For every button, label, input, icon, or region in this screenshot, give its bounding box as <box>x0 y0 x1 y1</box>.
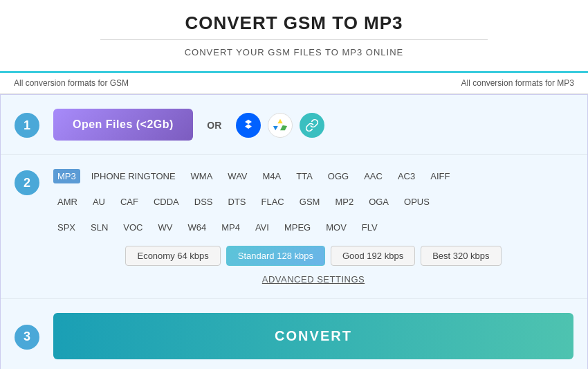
format-tag[interactable]: CAF <box>116 195 143 209</box>
format-grid-row1: MP3IPHONE RINGTONEWMAWAVM4ATTAOGGAACAC3A… <box>53 169 573 183</box>
quality-button[interactable]: Good 192 kbps <box>331 246 415 266</box>
header-divider <box>100 39 488 40</box>
step3-row: 3 CONVERT <box>1 299 587 369</box>
tab-bar: All conversion formats for GSM All conve… <box>0 71 588 94</box>
format-tag[interactable]: M4A <box>259 169 286 183</box>
format-tag[interactable]: AC3 <box>394 169 419 183</box>
tab-mp3[interactable]: All conversion formats for MP3 <box>461 78 574 88</box>
step2-circle: 2 <box>15 170 39 195</box>
format-tag[interactable]: AIFF <box>426 169 454 183</box>
advanced-settings-link[interactable]: ADVANCED SETTINGS <box>53 274 573 285</box>
format-tag[interactable]: CDDA <box>149 195 183 209</box>
open-files-button[interactable]: Open Files (<2Gb) <box>53 109 193 141</box>
step1-circle: 1 <box>15 113 39 138</box>
step2-content: MP3IPHONE RINGTONEWMAWAVM4ATTAOGGAACAC3A… <box>53 169 573 285</box>
step3-content: CONVERT <box>53 313 573 359</box>
format-tag[interactable]: W64 <box>183 220 210 235</box>
header: CONVERT GSM TO MP3 CONVERT YOUR GSM FILE… <box>0 0 588 71</box>
format-tag[interactable]: MP4 <box>217 220 244 235</box>
step1-content: Open Files (<2Gb) OR <box>53 109 573 141</box>
format-tag[interactable]: VOC <box>119 220 147 235</box>
format-tag[interactable]: WMA <box>187 169 217 183</box>
tab-gsm[interactable]: All conversion formats for GSM <box>14 78 129 88</box>
format-tag[interactable]: MOV <box>322 220 351 235</box>
format-tag[interactable]: MP3 <box>53 169 80 183</box>
format-grid-row2: AMRAUCAFCDDADSSDTSFLACGSMMP2OGAOPUS <box>53 195 573 209</box>
format-tag[interactable]: WV <box>154 220 176 235</box>
google-drive-icon[interactable] <box>268 113 293 138</box>
format-tag[interactable]: OGA <box>365 195 393 209</box>
format-tag[interactable]: SPX <box>53 220 80 235</box>
header-subtitle: CONVERT YOUR GSM FILES TO MP3 ONLINE <box>0 47 588 57</box>
cloud-icons <box>236 113 324 138</box>
format-tag[interactable]: AAC <box>360 169 387 183</box>
quality-button[interactable]: Economy 64 kbps <box>125 246 220 266</box>
format-tag[interactable]: WAV <box>223 169 251 183</box>
quality-button[interactable]: Standard 128 kbps <box>226 246 325 266</box>
format-tag[interactable]: MPEG <box>280 220 315 235</box>
format-tag[interactable]: DSS <box>190 195 217 209</box>
format-tag[interactable]: DTS <box>224 195 250 209</box>
quality-row: Economy 64 kbpsStandard 128 kbpsGood 192… <box>53 246 573 266</box>
format-tag[interactable]: MP2 <box>331 195 358 209</box>
step3-circle: 3 <box>15 325 39 350</box>
dropbox-icon[interactable] <box>236 113 261 138</box>
format-tag[interactable]: IPHONE RINGTONE <box>87 169 180 183</box>
format-tag[interactable]: SLN <box>86 220 112 235</box>
format-tag[interactable]: AVI <box>251 220 273 235</box>
format-tag[interactable]: FLAC <box>257 195 288 209</box>
step1-row: 1 Open Files (<2Gb) OR <box>1 95 587 155</box>
convert-button[interactable]: CONVERT <box>53 313 573 359</box>
or-text: OR <box>207 120 221 131</box>
format-tag[interactable]: FLV <box>358 220 382 235</box>
page-title: CONVERT GSM TO MP3 <box>0 12 588 34</box>
step2-row: 2 MP3IPHONE RINGTONEWMAWAVM4ATTAOGGAACAC… <box>1 155 587 299</box>
format-tag[interactable]: AMR <box>53 195 82 209</box>
format-tag[interactable]: AU <box>89 195 109 209</box>
format-tag[interactable]: TTA <box>292 169 317 183</box>
format-tag[interactable]: OPUS <box>400 195 434 209</box>
quality-button[interactable]: Best 320 kbps <box>421 246 501 266</box>
link-icon[interactable] <box>300 113 324 138</box>
format-grid-row3: SPXSLNVOCWVW64MP4AVIMPEGMOVFLV <box>53 220 573 235</box>
format-tag[interactable]: GSM <box>295 195 324 209</box>
main-container: 1 Open Files (<2Gb) OR <box>0 94 588 369</box>
format-tag[interactable]: OGG <box>324 169 353 183</box>
